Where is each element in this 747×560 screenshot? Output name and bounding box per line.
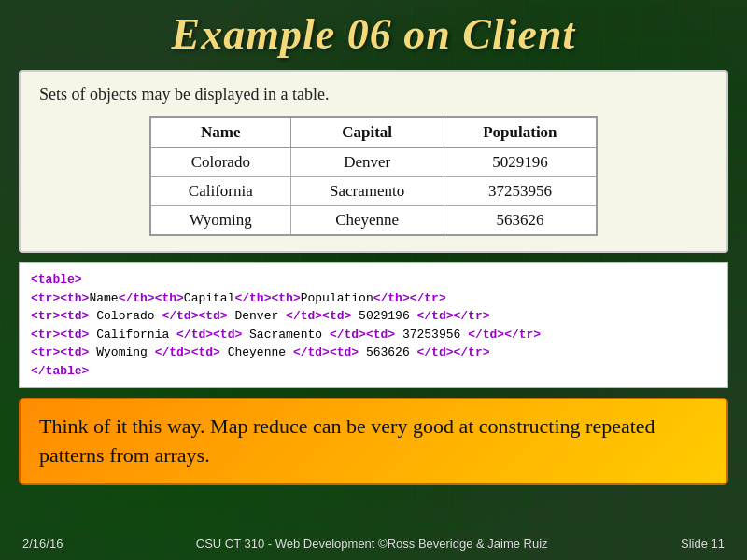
- cell-pop-2: 563626: [444, 206, 597, 236]
- footer-date: 2/16/16: [22, 537, 63, 551]
- table-row: Colorado Denver 5029196: [150, 148, 597, 177]
- col-population: Population: [444, 117, 597, 148]
- code-box: <table> <tr><th>Name</th><th>Capital</th…: [19, 262, 728, 388]
- cell-pop-0: 5029196: [444, 148, 597, 177]
- footer-course: CSU CT 310 - Web Development ©Ross Bever…: [196, 537, 548, 551]
- table-header-row: Name Capital Population: [150, 117, 597, 148]
- cell-name-0: Colorado: [150, 148, 290, 177]
- table-subtitle: Sets of objects may be displayed in a ta…: [39, 85, 708, 105]
- footer: 2/16/16 CSU CT 310 - Web Development ©Ro…: [19, 537, 728, 551]
- code-line-3: <tr><td> Colorado </td><td> Denver </td>…: [31, 307, 716, 326]
- code-line-1: <table>: [31, 271, 716, 289]
- code-line-6: </table>: [31, 362, 716, 381]
- bottom-box-text: Think of it this way. Map reduce can be …: [39, 413, 708, 470]
- cell-capital-1: Sacramento: [290, 177, 444, 206]
- table-row: Wyoming Cheyenne 563626: [150, 206, 597, 236]
- table-demo-box: Sets of objects may be displayed in a ta…: [19, 70, 728, 253]
- cell-name-2: Wyoming: [150, 206, 290, 236]
- code-line-4: <tr><td> California </td><td> Sacramento…: [31, 326, 716, 344]
- cell-pop-1: 37253956: [444, 177, 597, 206]
- code-line-2: <tr><th>Name</th><th>Capital</th><th>Pop…: [31, 289, 716, 308]
- cell-capital-0: Denver: [290, 148, 444, 177]
- footer-slide: Slide 11: [681, 537, 725, 551]
- demo-table: Name Capital Population Colorado Denver …: [149, 116, 598, 236]
- table-row: California Sacramento 37253956: [150, 177, 597, 206]
- col-capital: Capital: [290, 117, 444, 148]
- cell-name-1: California: [150, 177, 290, 206]
- col-name: Name: [150, 117, 290, 148]
- slide-content: Example 06 on Client Sets of objects may…: [0, 0, 747, 560]
- slide-title: Example 06 on Client: [19, 9, 728, 59]
- code-line-5: <tr><td> Wyoming </td><td> Cheyenne </td…: [31, 343, 716, 362]
- cell-capital-2: Cheyenne: [290, 206, 444, 236]
- bottom-box: Think of it this way. Map reduce can be …: [19, 398, 728, 485]
